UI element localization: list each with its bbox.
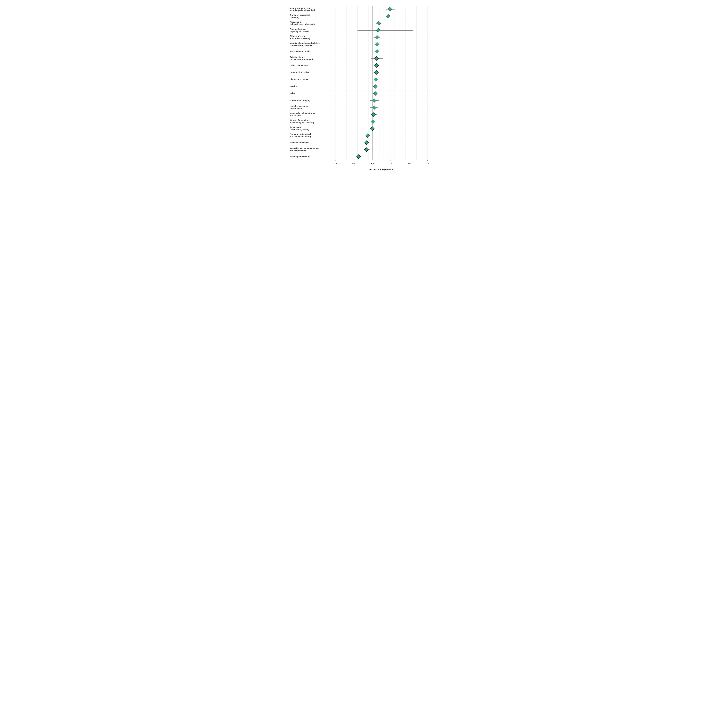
category-label: Mining and quarrying, [290, 7, 311, 9]
point-marker [373, 92, 377, 95]
point-marker [370, 127, 374, 131]
category-label: trapping and related [290, 30, 309, 33]
point-marker [375, 49, 379, 54]
category-label: Managerial, administrative [290, 112, 315, 115]
category-label: Service [290, 85, 297, 87]
category-label: Teaching and related [290, 155, 310, 158]
point-marker [375, 35, 379, 40]
point-marker [375, 63, 379, 67]
category-label: Processing [290, 126, 301, 128]
category-label: Farming, horticultural [290, 133, 311, 135]
point-marker [375, 42, 379, 46]
x-tick-label: 1.0 [371, 162, 374, 165]
category-label: Sales [290, 92, 295, 95]
category-label: Social sciences and [290, 105, 309, 107]
category-label: operating [290, 16, 299, 18]
category-label: Clerical and related [290, 78, 309, 81]
category-label: Fishing, hunting, [290, 28, 306, 30]
category-label: Machining and related [290, 50, 311, 52]
category-label: Product fabricating, [290, 119, 309, 121]
category-label: recreational and related [290, 58, 313, 61]
category-label: Natural sciences, engineering [290, 147, 318, 150]
x-tick-label: 2.5 [426, 162, 429, 165]
point-marker [388, 7, 392, 11]
point-marker [366, 133, 370, 138]
category-label: Processing [290, 21, 301, 23]
category-label: Artistic, literary, [290, 56, 305, 58]
point-marker [374, 70, 378, 75]
category-label: equipment operating [290, 37, 310, 40]
category-label: and mathematics [290, 150, 306, 152]
category-label: Construction trades [290, 71, 309, 73]
point-marker [356, 154, 361, 159]
point-marker [375, 57, 379, 60]
category-label: and animal husbandry [290, 135, 312, 138]
category-label: Other occupations [290, 64, 308, 67]
category-label: Transport equipment [290, 14, 310, 16]
x-tick-label: 2.0 [408, 162, 411, 165]
x-tick-label: 0.5 [352, 162, 355, 165]
point-marker [373, 84, 377, 89]
category-label: Forestry and logging [290, 99, 310, 101]
point-marker [372, 98, 376, 102]
category-label: Other crafts and [290, 35, 306, 37]
point-marker [372, 106, 376, 110]
point-marker [377, 21, 381, 25]
category-label: related fields [290, 107, 303, 110]
x-tick-label: 0.0 [334, 162, 337, 165]
forest-plot: 0.00.51.01.52.02.5Hazard Ratio (95% CI)M… [285, 0, 443, 175]
category-label: assembling and repairing [290, 121, 315, 124]
point-marker [371, 119, 375, 124]
x-tick-label: 1.5 [389, 162, 392, 165]
category-label: not elsewhere classified [290, 44, 313, 47]
point-marker [365, 141, 369, 145]
category-label: Materials handling and related, [290, 42, 320, 44]
category-label: (food, wood, textile) [290, 128, 309, 131]
point-marker [374, 78, 378, 81]
category-label: including oil and gas field [290, 9, 315, 12]
chart-svg: 0.00.51.01.52.02.5Hazard Ratio (95% CI)M… [285, 0, 443, 175]
x-axis-title: Hazard Ratio (95% CI) [369, 168, 393, 171]
category-label: Medicine and health [290, 141, 309, 144]
category-label: and related [290, 115, 301, 117]
category-label: (mineral, metal, chemical) [290, 23, 315, 26]
point-marker [386, 14, 390, 18]
